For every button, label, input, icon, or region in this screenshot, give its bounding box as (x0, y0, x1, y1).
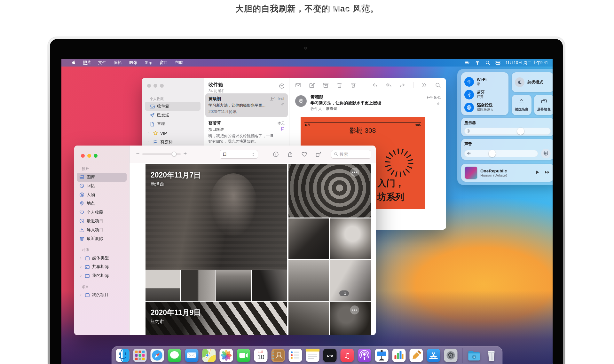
photo-thumbnail[interactable] (181, 270, 216, 301)
fast-forward-button[interactable] (545, 170, 550, 176)
dock-reminders-icon[interactable] (288, 348, 303, 362)
wifi-toggle[interactable]: Wi-Fi家 (464, 75, 508, 88)
do-not-disturb-toggle[interactable]: 勿扰模式 (512, 72, 553, 92)
dock-finder-icon[interactable] (116, 348, 130, 362)
search-input[interactable] (340, 152, 365, 157)
photos-sidebar-item-人物[interactable]: 人物 (77, 190, 127, 199)
trash-icon[interactable] (336, 82, 342, 88)
photos-sidebar-item-媒体类型[interactable]: 媒体类型 (77, 254, 127, 263)
dock-podcasts-icon[interactable] (358, 348, 372, 362)
photo-thumbnail[interactable] (288, 218, 329, 259)
dock-trash-icon[interactable] (484, 348, 499, 362)
menu-item-编辑[interactable]: 编辑 (110, 59, 125, 67)
dock-appstore-icon[interactable] (427, 348, 441, 362)
play-button[interactable] (535, 170, 540, 176)
more-toolbar-icon[interactable] (421, 82, 427, 88)
chevron-down-icon[interactable] (147, 140, 151, 144)
photo-thumbnail[interactable] (288, 302, 329, 335)
zoom-button[interactable] (94, 154, 98, 158)
dock-numbers-icon[interactable] (392, 348, 406, 362)
section-more-button[interactable]: ••• (350, 305, 359, 314)
mail-message-row[interactable]: 蔡若菁昨天项目跟进嗨，我把你的请求发给陈嫣名了，一旦 她有回复，我会尽快通知你。 (205, 118, 288, 147)
dock-tv-icon[interactable]: ▸tv (323, 348, 337, 362)
photos-sidebar-item-最近删除[interactable]: 最近删除 (77, 234, 127, 243)
brightness-slider[interactable] (464, 128, 551, 135)
photos-sidebar-item-个人收藏[interactable]: 个人收藏 (77, 208, 127, 217)
photo-thumbnail[interactable] (330, 260, 371, 301)
dock-photos-icon[interactable] (219, 348, 233, 362)
mail-sidebar-item-有旗标[interactable]: 有旗标 (145, 138, 201, 146)
battery-icon[interactable] (465, 60, 470, 65)
search-icon[interactable] (485, 60, 490, 65)
rotate-icon[interactable] (315, 151, 321, 157)
close-button[interactable] (81, 154, 85, 158)
photos-sidebar-item-我的相簿[interactable]: 我的相簿 (77, 271, 127, 280)
info-icon[interactable] (273, 151, 279, 157)
photos-sidebar-item-导入项目[interactable]: 导入项目 (77, 226, 127, 234)
dock-downloads-icon[interactable] (467, 348, 481, 362)
chevron-right-icon[interactable] (147, 131, 151, 135)
photo-thumbnail[interactable] (330, 218, 371, 259)
chevron-right-icon[interactable] (79, 293, 83, 297)
album-art[interactable] (465, 167, 477, 179)
photos-traffic-lights[interactable] (81, 154, 98, 158)
zoom-in-icon[interactable] (183, 151, 187, 157)
dock-launchpad-icon[interactable] (133, 348, 147, 362)
dock-contacts-icon[interactable] (271, 348, 285, 362)
apple-menu[interactable] (65, 59, 79, 67)
screen-mirroring-button[interactable]: 屏幕镜像 (534, 95, 553, 115)
airplay-audio-icon[interactable] (541, 149, 551, 158)
dock-maps-icon[interactable] (202, 348, 216, 362)
photos-sidebar-item-最近项目[interactable]: 最近项目 (77, 217, 127, 226)
photos-sidebar-item-图库[interactable]: 图库 (77, 173, 127, 182)
wifi-icon[interactable] (475, 60, 480, 65)
menu-item-帮助[interactable]: 帮助 (171, 59, 187, 67)
dock-calendar-icon[interactable]: 11月10 (254, 348, 268, 362)
mail-search-icon[interactable] (435, 82, 441, 88)
photos-sidebar-item-我的项目[interactable]: 我的项目 (77, 291, 127, 300)
airdrop-toggle[interactable]: 隔空投送仅限联系人 (464, 101, 508, 114)
photo-thumbnail[interactable] (216, 270, 251, 301)
menu-item-显示[interactable]: 显示 (141, 59, 156, 67)
photos-sidebar-item-共享相簿[interactable]: 共享相簿 (77, 263, 127, 272)
photos-search-field[interactable] (331, 150, 371, 159)
dock-settings-icon[interactable]: ⚙ (444, 348, 458, 362)
section-more-button[interactable]: ••• (350, 168, 359, 177)
zoom-slider-knob[interactable] (172, 152, 177, 156)
view-mode-select[interactable]: 日 (220, 150, 258, 159)
chevron-right-icon[interactable] (79, 265, 83, 268)
mail-sidebar-item-收件箱[interactable]: 收件箱 (145, 102, 201, 111)
photo-thumbnail[interactable] (288, 260, 329, 301)
chevron-right-icon[interactable] (79, 257, 83, 260)
menu-item-窗口[interactable]: 窗口 (156, 59, 171, 67)
reply-all-icon[interactable] (386, 82, 392, 88)
mail-traffic-lights[interactable] (147, 84, 164, 88)
mail-sidebar-item-VIP[interactable]: VIP (145, 129, 201, 138)
archive-icon[interactable] (323, 82, 329, 88)
reply-icon[interactable] (372, 82, 378, 88)
minimize-button[interactable] (87, 154, 91, 158)
filter-icon[interactable] (279, 83, 285, 90)
compose-icon[interactable] (309, 82, 315, 88)
overflow-badge[interactable]: +1 (339, 290, 349, 296)
photos-sidebar-item-地点[interactable]: 地点 (77, 199, 127, 208)
chevron-right-icon[interactable] (79, 274, 83, 277)
mail-message-row[interactable]: 黄颂朗上午 9:41学习新方法，让你的摄影水平更...2020年11月简讯 (205, 93, 288, 117)
dock-notes-icon[interactable] (306, 348, 320, 362)
photos-sidebar-item-回忆[interactable]: 回忆 (77, 182, 127, 191)
mail-sidebar-item-已发送[interactable]: 已发送 (145, 111, 201, 120)
dock-facetime-icon[interactable] (237, 348, 251, 362)
control-center-icon[interactable] (495, 60, 500, 65)
dock-mail-icon[interactable] (185, 348, 199, 362)
bluetooth-toggle[interactable]: 蓝牙打开 (464, 88, 508, 101)
dock-pages-icon[interactable] (409, 348, 423, 362)
favorite-icon[interactable] (301, 151, 307, 157)
volume-slider[interactable] (464, 150, 538, 157)
dock-keynote-icon[interactable] (375, 348, 389, 362)
photo-thumbnail[interactable] (252, 270, 287, 301)
photo-thumbnail[interactable] (146, 270, 180, 301)
menu-item-图像[interactable]: 图像 (125, 59, 141, 67)
thumbnail-zoom-control[interactable] (136, 151, 187, 157)
menu-clock[interactable]: 11月10日 周二 上午9:41 (506, 60, 548, 66)
keyboard-brightness-button[interactable]: 键盘亮度 (512, 95, 531, 115)
